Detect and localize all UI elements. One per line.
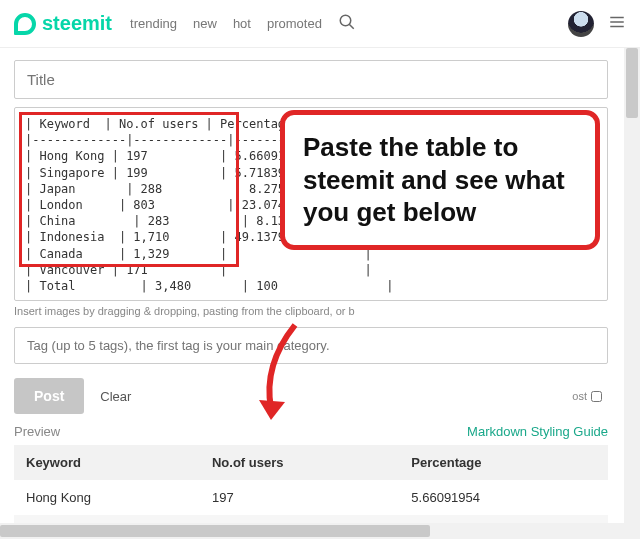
annotation-arrow-icon xyxy=(255,320,315,423)
nav-new[interactable]: new xyxy=(193,16,217,31)
preview-header: Preview Markdown Styling Guide xyxy=(14,424,608,439)
avatar[interactable] xyxy=(568,11,594,37)
brand-text: steemit xyxy=(42,12,112,35)
th-users: No.of users xyxy=(200,445,399,480)
nav-links: trending new hot promoted xyxy=(130,16,322,31)
table-row: Hong Kong 197 5.66091954 xyxy=(14,480,608,515)
nav-promoted[interactable]: promoted xyxy=(267,16,322,31)
th-keyword: Keyword xyxy=(14,445,200,480)
clear-button[interactable]: Clear xyxy=(100,389,131,404)
svg-line-1 xyxy=(349,24,354,29)
svg-marker-5 xyxy=(259,400,285,420)
vertical-scrollbar-thumb[interactable] xyxy=(626,48,638,118)
top-bar: steemit trending new hot promoted xyxy=(0,0,640,48)
ost-checkbox[interactable] xyxy=(591,391,602,402)
button-row: Post Clear ost xyxy=(14,378,626,414)
horizontal-scrollbar-thumb[interactable] xyxy=(0,525,430,537)
post-button[interactable]: Post xyxy=(14,378,84,414)
title-input[interactable] xyxy=(14,60,608,99)
annotation-callout: Paste the table to steemit and see what … xyxy=(280,110,600,250)
menu-icon[interactable] xyxy=(608,13,626,34)
svg-point-0 xyxy=(340,15,351,26)
preview-label: Preview xyxy=(14,424,60,439)
horizontal-scrollbar[interactable] xyxy=(0,523,624,539)
table-header-row: Keyword No.of users Percentage xyxy=(14,445,608,480)
markdown-guide-link[interactable]: Markdown Styling Guide xyxy=(467,424,608,439)
logo-icon xyxy=(14,13,36,35)
nav-hot[interactable]: hot xyxy=(233,16,251,31)
vertical-scrollbar[interactable] xyxy=(624,48,640,539)
logo[interactable]: steemit xyxy=(14,12,112,35)
search-icon[interactable] xyxy=(338,13,356,34)
th-percentage: Percentage xyxy=(399,445,608,480)
nav-trending[interactable]: trending xyxy=(130,16,177,31)
upload-hint: Insert images by dragging & dropping, pa… xyxy=(14,305,626,317)
ost-checkbox-label[interactable]: ost xyxy=(572,390,602,402)
